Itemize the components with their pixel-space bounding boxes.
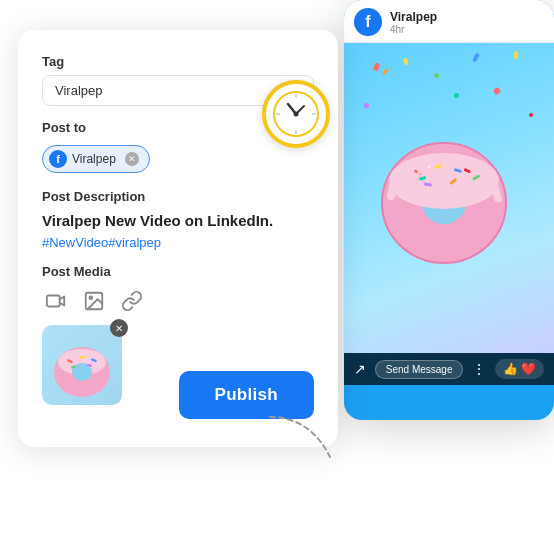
confetti-1 bbox=[373, 62, 380, 71]
description-label: Post Description bbox=[42, 189, 314, 204]
chip-text: Viralpep bbox=[72, 152, 116, 166]
more-options-icon[interactable]: ⋮ bbox=[472, 361, 486, 377]
donut-svg bbox=[364, 73, 524, 273]
thumbnail-remove-button[interactable]: ✕ bbox=[110, 319, 128, 337]
post-description-section: Post Description Viralpep New Video on L… bbox=[42, 189, 314, 250]
svg-point-13 bbox=[428, 166, 431, 169]
like-icon: 👍 bbox=[503, 362, 518, 376]
description-text: Viralpep New Video on LinkedIn. bbox=[42, 210, 314, 231]
send-message-button[interactable]: Send Message bbox=[375, 360, 464, 379]
preview-username: Viralpep bbox=[390, 10, 544, 24]
phone-header: f Viralpep 4hr bbox=[344, 0, 554, 43]
tag-label: Tag bbox=[42, 54, 314, 69]
phone-preview: f Viralpep 4hr bbox=[344, 0, 554, 420]
image-icon bbox=[83, 290, 105, 312]
svg-point-12 bbox=[417, 171, 421, 175]
main-container: f Viralpep 4hr bbox=[0, 0, 554, 547]
connector-curve bbox=[260, 407, 340, 467]
video-icon-button[interactable] bbox=[42, 287, 70, 315]
love-icon: ❤️ bbox=[521, 362, 536, 376]
link-icon bbox=[121, 290, 143, 312]
thumbnail-image bbox=[42, 325, 122, 405]
svg-point-24 bbox=[89, 296, 92, 299]
phone-header-info: Viralpep 4hr bbox=[390, 10, 544, 35]
video-icon bbox=[45, 290, 67, 312]
share-icon[interactable]: ↗ bbox=[354, 361, 366, 377]
reaction-bubble[interactable]: 👍 ❤️ bbox=[495, 359, 544, 379]
svg-point-21 bbox=[294, 112, 299, 117]
confetti-4 bbox=[472, 53, 480, 63]
phone-footer: ↗ Send Message ⋮ 👍 ❤️ bbox=[344, 353, 554, 385]
svg-point-3 bbox=[389, 153, 499, 209]
link-icon-button[interactable] bbox=[118, 287, 146, 315]
preview-image-area bbox=[344, 43, 554, 353]
clock-circle bbox=[262, 80, 330, 148]
hashtag-text: #NewVideo#viralpep bbox=[42, 235, 314, 250]
svg-rect-22 bbox=[47, 296, 60, 307]
post-to-chip[interactable]: f Viralpep ✕ bbox=[42, 145, 150, 173]
clock-badge bbox=[262, 80, 330, 148]
confetti-10 bbox=[529, 113, 533, 117]
media-label: Post Media bbox=[42, 264, 314, 279]
thumbnail-donut-svg bbox=[47, 330, 117, 400]
media-icons-row bbox=[42, 287, 314, 315]
fb-chip-icon: f bbox=[49, 150, 67, 168]
facebook-logo: f bbox=[354, 8, 382, 36]
image-icon-button[interactable] bbox=[80, 287, 108, 315]
confetti-2 bbox=[403, 58, 409, 66]
clock-svg bbox=[272, 90, 320, 138]
thumbnail-wrap: ✕ bbox=[42, 325, 122, 405]
confetti-6 bbox=[513, 51, 518, 60]
preview-time: 4hr bbox=[390, 24, 544, 35]
chip-remove-button[interactable]: ✕ bbox=[125, 152, 139, 166]
